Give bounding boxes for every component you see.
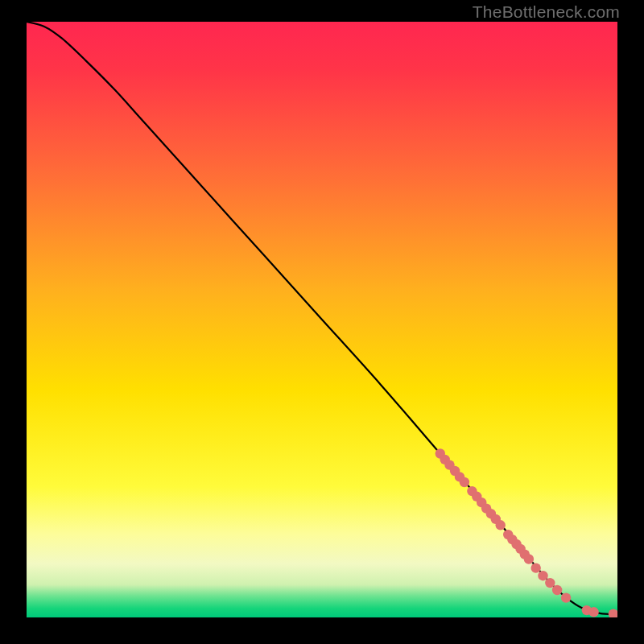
data-marker xyxy=(538,571,547,580)
data-marker xyxy=(552,585,562,595)
data-marker xyxy=(588,607,598,617)
data-marker xyxy=(524,554,534,564)
data-marker xyxy=(496,520,506,530)
watermark-text: TheBottleneck.com xyxy=(473,2,620,22)
chart-svg xyxy=(27,22,617,617)
data-marker xyxy=(460,477,469,487)
chart-plot-area xyxy=(27,22,617,617)
data-marker xyxy=(531,563,541,572)
data-marker xyxy=(545,578,555,588)
data-marker xyxy=(561,592,571,602)
